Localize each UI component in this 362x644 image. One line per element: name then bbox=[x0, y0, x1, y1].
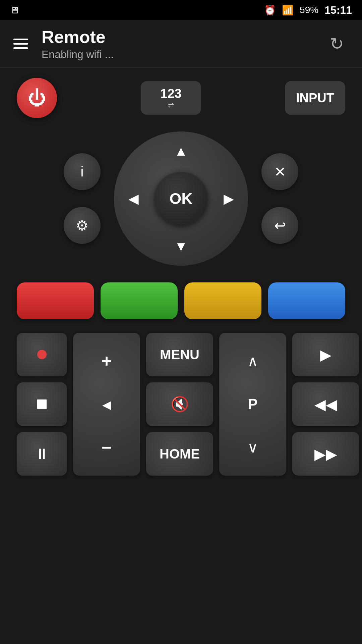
ok-label: OK bbox=[170, 190, 193, 208]
app-title: Remote bbox=[42, 27, 325, 47]
green-button[interactable] bbox=[101, 282, 178, 319]
alarm-icon: ⏰ bbox=[264, 5, 276, 16]
num-label: 123 bbox=[160, 87, 181, 101]
dpad-area: i ⚙ ▲ ▼ ◀ ▶ OK ✕ bbox=[13, 131, 349, 266]
dpad-up-button[interactable]: ▲ bbox=[164, 138, 198, 164]
dpad-right-button[interactable]: ▶ bbox=[215, 182, 242, 215]
yellow-button[interactable] bbox=[184, 282, 261, 319]
back-button[interactable]: ↩ bbox=[261, 207, 298, 244]
down-arrow-icon: ▼ bbox=[174, 239, 188, 254]
status-bar: 🖥 ⏰ 📶 59% 15:11 bbox=[0, 0, 362, 20]
menu-button[interactable] bbox=[13, 39, 28, 49]
power-icon: ⏻ bbox=[28, 87, 46, 109]
play-button[interactable]: ▶ bbox=[292, 333, 359, 376]
volume-up-icon: + bbox=[102, 351, 112, 371]
left-arrow-icon: ◀ bbox=[128, 191, 139, 206]
channel-p-label: P bbox=[248, 396, 257, 413]
dpad-left-button[interactable]: ◀ bbox=[120, 182, 147, 215]
power-button[interactable]: ⏻ bbox=[17, 78, 57, 118]
stop-icon bbox=[37, 399, 47, 409]
refresh-icon: ↻ bbox=[330, 34, 344, 54]
stop-button[interactable] bbox=[17, 382, 67, 426]
record-icon bbox=[37, 350, 47, 359]
menu-button[interactable]: MENU bbox=[146, 333, 213, 376]
mute-icon: 🔇 bbox=[171, 395, 189, 413]
refresh-button[interactable]: ↻ bbox=[325, 32, 349, 56]
right-buttons: ✕ ↩ bbox=[261, 153, 298, 244]
dpad-down-button[interactable]: ▼ bbox=[164, 233, 198, 260]
color-row bbox=[13, 282, 349, 319]
menu-label: MENU bbox=[160, 347, 199, 362]
input-button[interactable]: INPUT bbox=[285, 81, 345, 115]
pause-icon: ⏸ bbox=[35, 445, 49, 462]
mute-button[interactable]: 🔇 bbox=[146, 382, 213, 426]
close-button[interactable]: ✕ bbox=[261, 153, 298, 190]
signal-icon: 📶 bbox=[282, 5, 294, 16]
app-header: Remote Enabling wifi ... ↻ bbox=[0, 20, 362, 68]
close-icon: ✕ bbox=[274, 164, 286, 180]
connection-status: Enabling wifi ... bbox=[42, 48, 325, 61]
control-grid: ⏸ + ◂ − MENU 🔇 HOME ∧ P ∨ ▶ ◀◀ bbox=[13, 333, 349, 476]
dpad: ▲ ▼ ◀ ▶ OK bbox=[114, 131, 248, 266]
settings-button[interactable]: ⚙ bbox=[64, 207, 101, 244]
channel-down-icon: ∨ bbox=[247, 439, 258, 456]
left-buttons: i ⚙ bbox=[64, 153, 101, 244]
remote-body: ⏻ 123 ⇌ INPUT i ⚙ ▲ ▼ bbox=[0, 68, 362, 486]
channel-block[interactable]: ∧ P ∨ bbox=[219, 333, 286, 476]
ok-button[interactable]: OK bbox=[154, 172, 208, 225]
top-row: ⏻ 123 ⇌ INPUT bbox=[13, 78, 349, 118]
time-display: 15:11 bbox=[324, 4, 352, 16]
right-arrow-icon: ▶ bbox=[224, 191, 234, 206]
back-icon: ↩ bbox=[274, 217, 286, 234]
home-label: HOME bbox=[160, 446, 200, 462]
rewind-button[interactable]: ◀◀ bbox=[292, 382, 359, 426]
volume-down-icon: − bbox=[102, 437, 112, 458]
volume-icon: ◂ bbox=[102, 394, 111, 414]
channel-up-icon: ∧ bbox=[247, 353, 258, 370]
header-title-block: Remote Enabling wifi ... bbox=[42, 27, 325, 61]
info-icon: i bbox=[80, 164, 83, 180]
monitor-icon: 🖥 bbox=[10, 5, 19, 16]
volume-block[interactable]: + ◂ − bbox=[73, 333, 140, 476]
blue-button[interactable] bbox=[268, 282, 345, 319]
pause-button[interactable]: ⏸ bbox=[17, 432, 67, 476]
red-button[interactable] bbox=[17, 282, 94, 319]
play-icon: ▶ bbox=[320, 346, 331, 363]
num-input-button[interactable]: 123 ⇌ bbox=[141, 81, 201, 115]
num-sub-icon: ⇌ bbox=[168, 101, 174, 110]
battery-text: 59% bbox=[300, 5, 318, 15]
fastforward-icon: ▶▶ bbox=[314, 445, 337, 463]
fastforward-button[interactable]: ▶▶ bbox=[292, 432, 359, 476]
gear-icon: ⚙ bbox=[76, 217, 88, 234]
input-label: INPUT bbox=[296, 91, 334, 105]
home-button[interactable]: HOME bbox=[146, 432, 213, 476]
record-button[interactable] bbox=[17, 333, 67, 376]
up-arrow-icon: ▲ bbox=[174, 144, 188, 159]
rewind-icon: ◀◀ bbox=[314, 396, 337, 413]
info-button[interactable]: i bbox=[64, 153, 101, 190]
